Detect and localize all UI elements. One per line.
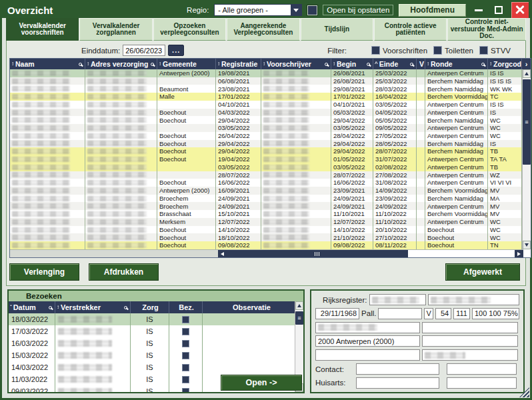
column-header-registratie[interactable]: ↕ Registratie [216,59,261,69]
table-row[interactable]: Boechout 04/03/2022 05/03/2022 04/05/202… [10,109,523,117]
table-row[interactable]: Antwerpen (2000) 16/09/2021 23/09/2021 1… [10,187,523,195]
bezoek-row[interactable]: 18/03/2022 IS [9,313,300,325]
huisarts-field-1[interactable] [356,377,439,389]
street-field[interactable] [315,322,420,333]
checkbox[interactable] [371,46,380,55]
tab-6[interactable]: Controle actieve patiënten [374,18,447,41]
checkbox[interactable] [433,46,442,55]
bezoek-checkbox[interactable] [182,328,189,335]
huisarts-field-2[interactable] [447,377,517,389]
column-header-v[interactable]: V [417,59,425,69]
table-row[interactable]: Broechem 24/09/2021 24/09/2021 23/09/202… [10,195,523,203]
table-row[interactable]: Boechout 19/04/2022 01/05/2022 31/07/202… [10,155,523,163]
scroll-left-icon[interactable] [218,250,227,257]
table-row[interactable]: 28/07/2022 28/07/2022 27/08/2022 Antwerp… [10,171,523,179]
search-icon[interactable] [325,63,328,66]
table-row[interactable]: Brasschaat 15/10/2021 11/10/2021 11/10/2… [10,210,523,218]
code-field[interactable]: 111 [453,308,470,319]
table-row[interactable]: 06/08/2021 26/08/2021 25/03/2022 Berchem… [10,77,523,85]
next-pane-icon[interactable]: › [522,59,531,69]
horizontal-scrollbar[interactable] [10,249,523,257]
afdrukken-button[interactable]: Afdrukken [89,263,159,281]
table-row[interactable]: Beaumont 23/08/2021 29/08/2021 28/03/202… [10,85,523,93]
table-row[interactable]: 04/10/2021 04/10/2021 03/05/2022 Antwerp… [10,101,523,109]
bezoeken-column-observatie[interactable]: Observatie [203,301,300,313]
bezoek-row[interactable]: 15/03/2022 IS [9,349,300,361]
scrollbar-thumb[interactable]: ≡ [295,311,303,325]
table-row[interactable]: 03/05/2022 03/05/2022 02/08/2022 Antwerp… [10,163,523,171]
contact-field-2[interactable] [447,363,517,375]
table-row[interactable]: Merksem 12/07/2022 12/07/2022 11/10/2022… [10,218,523,226]
scroll-up-icon[interactable] [295,301,303,310]
birthdate-field[interactable]: 29/11/1968 [315,308,359,319]
search-icon[interactable] [481,63,485,66]
checkbox[interactable] [479,46,488,55]
contact-field-1[interactable] [356,363,439,375]
patient-name-field[interactable] [428,294,519,305]
tab-4[interactable]: Aangerekende Verpleegconsulten [227,18,299,41]
bezoek-checkbox[interactable] [182,352,189,359]
scroll-right-icon[interactable] [515,250,523,257]
bezoeken-column-zorg[interactable]: Zorg [131,301,169,313]
table-row[interactable]: 03/05/2022 03/05/2022 09/05/2022 Antwerp… [10,124,523,132]
open-button[interactable]: Open -> [221,375,302,391]
table-row[interactable]: Boechout 26/04/2022 28/04/2022 27/05/202… [10,132,523,140]
minimize-button[interactable] [471,3,486,17]
search-icon[interactable] [49,306,52,309]
vertical-scrollbar[interactable]: ≡ [522,69,531,249]
extra-field-2[interactable] [422,335,518,347]
tab-2[interactable]: Vervalkalender zorgplannen [79,18,152,41]
tab-7[interactable]: Controle niet-verstuurde Med-Admin Doc. [447,18,526,41]
extra-field-1[interactable] [422,322,518,333]
phone-field[interactable] [422,349,518,361]
bezoeken-column-datum[interactable]: ˇ Datum [9,301,55,313]
column-header-begin[interactable]: ↕ Begin [331,59,373,69]
chevron-down-icon[interactable] [291,5,301,15]
percentages-field[interactable]: 100 100 75% [472,308,519,319]
gender-field[interactable]: V [424,308,434,319]
search-icon[interactable] [410,63,413,66]
open-startup-checkbox[interactable] [307,5,317,15]
column-header-ronde[interactable]: ↕ Ronde [425,59,488,69]
table-row[interactable]: Boechout 29/04/2022 29/04/2022 05/05/202… [10,116,523,124]
table-row[interactable]: Malle 17/01/2022 17/01/2022 16/04/2022 B… [10,93,523,101]
bezoek-checkbox[interactable] [182,376,189,383]
column-header-gemeente[interactable]: ↕ Gemeente [157,59,216,69]
tab-3[interactable]: Opzoeken verpleegconsulten [153,18,226,41]
table-row[interactable]: Boechout 29/04/2022 29/04/2022 28/05/202… [10,140,523,148]
column-header-voorschrijver[interactable]: ↕ Voorschrijver [261,59,331,69]
table-row[interactable]: Boechout 18/10/2022 21/10/2022 27/10/202… [10,233,523,241]
hoofdmenu-button[interactable]: Hoofdmenu [399,4,466,17]
bezoek-row[interactable]: 14/03/2022 IS [9,361,300,373]
scroll-up-icon[interactable] [523,69,531,78]
close-button[interactable] [511,2,529,18]
bezoek-row[interactable]: 17/03/2022 IS [9,325,300,337]
search-icon[interactable] [124,306,127,309]
maximize-button[interactable] [491,3,506,17]
age-field[interactable]: 54 [435,308,451,319]
table-row[interactable]: Boechout 16/06/2022 16/06/2022 31/08/202… [10,179,523,187]
bezoeken-column-verstrekker[interactable]: ↕ Verstrekker [55,301,131,313]
scroll-down-icon[interactable] [523,241,531,249]
date-browse-button[interactable]: ... [168,45,184,56]
column-header-naam[interactable]: ↕ Naam [10,59,85,69]
bezoek-checkbox[interactable] [182,316,189,323]
table-row[interactable]: Broechem 24/09/2021 24/09/2021 24/09/202… [10,202,523,210]
rijksregister-field[interactable] [369,294,427,305]
city-field[interactable]: 2000 Antwerpen (2000) [315,335,420,347]
bezoek-checkbox[interactable] [182,364,189,371]
verlenging-button[interactable]: Verlenging [9,263,79,281]
bezoeken-column-bez[interactable]: Bez. [169,301,203,313]
bezoek-row[interactable]: 16/03/2022 IS [9,337,300,349]
table-row[interactable]: Boechout 09/08/2022 09/08/2022 08/11/202… [10,241,523,249]
table-row[interactable]: Antwerpen (2000) 19/08/2021 26/08/2021 2… [10,69,523,77]
search-icon[interactable] [151,63,154,66]
tab-5[interactable]: Tijdslijn [301,18,373,41]
bezoek-checkbox[interactable] [182,340,189,347]
einddatum-input[interactable] [123,45,165,56]
bezoek-checkbox[interactable] [182,388,189,393]
column-header-zorgcode[interactable]: ↕ Zorgcode [488,59,522,69]
column-header-adres[interactable]: ↕ Adres verzorging [85,59,157,69]
scrollbar-thumb[interactable]: ≡ [523,79,531,165]
table-row[interactable]: Boechout 14/10/2022 14/10/2022 20/10/202… [10,226,523,234]
